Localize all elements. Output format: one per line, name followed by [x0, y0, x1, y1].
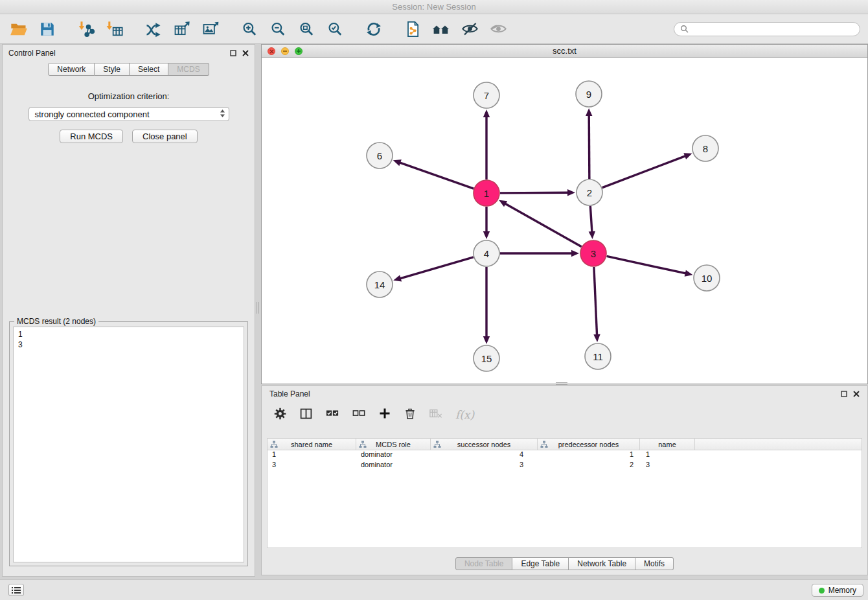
column-header-successor-nodes[interactable]: successor nodes — [431, 439, 538, 450]
function-builder-button[interactable]: f(x) — [455, 408, 474, 421]
tab-select[interactable]: Select — [130, 63, 168, 76]
graph-edge-3-10[interactable] — [607, 256, 687, 273]
window-title: Session: New Session — [392, 2, 475, 12]
zoom-out-button[interactable] — [267, 18, 289, 40]
table-body: 1dominator4113dominator323 — [268, 450, 862, 471]
import-network-from-file-button[interactable] — [75, 18, 97, 40]
table-cell[interactable]: 2 — [538, 461, 640, 471]
graph-edge-arrowhead — [593, 334, 600, 342]
close-panel-button[interactable]: Close panel — [132, 130, 198, 143]
split-columns-button[interactable] — [299, 407, 313, 423]
search-input[interactable] — [692, 25, 854, 34]
table-cell[interactable]: 1 — [538, 450, 640, 461]
clear-selection-button[interactable] — [352, 407, 366, 422]
graph-edge-3-1[interactable] — [505, 203, 582, 247]
save-floppy-icon — [39, 21, 56, 38]
close-window-icon[interactable] — [268, 47, 275, 55]
mcds-result-list[interactable]: 13 — [13, 327, 244, 562]
table-cell[interactable]: 1 — [268, 450, 356, 461]
graph-edge-2-9[interactable] — [589, 115, 589, 179]
split-columns-icon — [299, 407, 313, 421]
table-cell[interactable]: 1 — [640, 450, 695, 461]
export-table-button[interactable] — [171, 18, 193, 40]
graph-edge-arrowhead — [483, 110, 490, 117]
optimization-criterion-label: Optimization criterion: — [3, 91, 255, 101]
maximize-window-icon[interactable] — [295, 47, 303, 55]
memory-status-icon — [819, 588, 825, 594]
main-toolbar — [0, 14, 868, 44]
table-row[interactable]: 3dominator323 — [268, 461, 862, 471]
unchecked-boxes-icon — [352, 407, 366, 420]
column-type-icon — [540, 441, 548, 448]
graph-edge-3-11[interactable] — [594, 267, 597, 336]
graph-edge-4-14[interactable] — [400, 257, 474, 279]
float-table-panel-icon[interactable] — [841, 391, 847, 397]
close-panel-icon[interactable] — [242, 50, 249, 56]
show-panels-button[interactable] — [8, 584, 24, 596]
graph-node-label: 7 — [484, 90, 489, 101]
column-header-shared-name[interactable]: shared name — [268, 439, 356, 450]
table-cell[interactable]: 4 — [431, 450, 538, 461]
column-header-predecessor-nodes[interactable]: predecessor nodes — [538, 439, 640, 450]
open-session-button[interactable] — [8, 18, 30, 40]
table-settings-button[interactable] — [273, 407, 287, 423]
network-canvas[interactable]: 7968124314101511 — [262, 58, 867, 384]
import-table-from-file-button[interactable] — [104, 18, 126, 40]
network-home-button[interactable] — [430, 18, 452, 40]
run-mcds-button[interactable]: Run MCDS — [60, 130, 123, 143]
refresh-button[interactable] — [363, 18, 385, 40]
tab-mcds[interactable]: MCDS — [168, 63, 209, 76]
tab-style[interactable]: Style — [95, 63, 130, 76]
network-document-icon — [404, 20, 422, 38]
table-cell[interactable]: dominator — [356, 450, 431, 461]
zoom-in-icon — [241, 21, 258, 38]
search-box[interactable] — [674, 22, 860, 36]
eye-button[interactable] — [487, 18, 509, 40]
graph-edge-1-2[interactable] — [500, 192, 569, 193]
zoom-selected-button[interactable] — [324, 18, 346, 40]
tab-network[interactable]: Network — [48, 63, 95, 76]
select-all-button[interactable] — [325, 407, 339, 422]
network-window-titlebar[interactable]: scc.txt — [262, 45, 867, 58]
close-table-panel-icon[interactable] — [853, 391, 860, 397]
tab-node-table[interactable]: Node Table — [455, 557, 513, 570]
zoom-fit-button[interactable] — [295, 18, 317, 40]
export-image-button[interactable] — [200, 18, 222, 40]
zoom-in-button[interactable] — [238, 18, 260, 40]
table-cell[interactable]: 3 — [431, 461, 538, 471]
criterion-dropdown[interactable]: strongly connected component — [29, 107, 229, 121]
table-cell[interactable]: dominator — [356, 461, 431, 471]
horizontal-splitter-handle[interactable] — [556, 382, 567, 385]
eye-slash-button[interactable] — [459, 18, 481, 40]
graph-node-label: 14 — [374, 279, 385, 290]
graph-node-label: 8 — [703, 143, 708, 154]
float-panel-icon[interactable] — [230, 50, 236, 56]
column-header-mcds-role[interactable]: MCDS role — [356, 439, 431, 450]
delete-columns-button[interactable] — [429, 407, 443, 422]
mcds-result-item[interactable]: 3 — [18, 340, 239, 350]
home-icon — [431, 21, 451, 38]
delete-button[interactable] — [404, 407, 417, 423]
import-network-document-button[interactable] — [402, 18, 424, 40]
vertical-splitter-handle[interactable] — [257, 302, 259, 314]
tab-edge-table[interactable]: Edge Table — [512, 557, 569, 570]
column-header-name[interactable]: name — [640, 439, 695, 450]
graph-node-label: 11 — [593, 351, 603, 362]
table-cell[interactable]: 3 — [640, 461, 695, 471]
table-row[interactable]: 1dominator411 — [268, 450, 862, 461]
tab-motifs[interactable]: Motifs — [635, 557, 674, 570]
minimize-window-icon[interactable] — [281, 47, 289, 55]
table-cell[interactable]: 3 — [268, 461, 356, 471]
zoom-fit-icon — [298, 21, 315, 38]
memory-button[interactable]: Memory — [812, 584, 863, 597]
table-panel-title: Table Panel — [269, 389, 310, 398]
tab-network-table[interactable]: Network Table — [569, 557, 635, 570]
mcds-result-item[interactable]: 1 — [18, 329, 239, 340]
shuffle-arrows-button[interactable] — [143, 18, 165, 40]
graph-edge-2-8[interactable] — [602, 156, 686, 187]
graph-edge-2-3[interactable] — [590, 206, 592, 233]
save-session-button[interactable] — [36, 18, 58, 40]
add-button[interactable] — [378, 407, 391, 422]
graph-edge-1-6[interactable] — [399, 163, 474, 189]
import-table-icon — [106, 20, 124, 38]
